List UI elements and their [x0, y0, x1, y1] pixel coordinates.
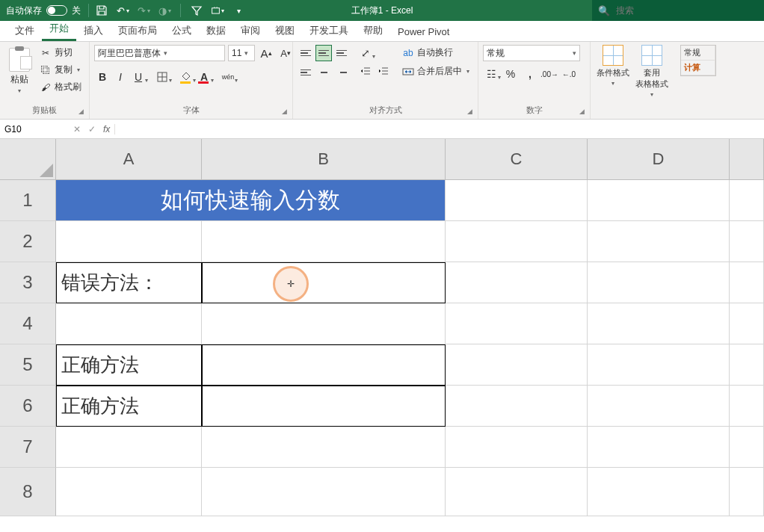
cell[interactable]	[730, 180, 764, 221]
undo-icon[interactable]: ↶▾	[116, 4, 129, 17]
phonetic-button[interactable]: wén▾	[220, 69, 236, 85]
cell[interactable]	[588, 221, 730, 262]
tab-formulas[interactable]: 公式	[164, 19, 199, 41]
cell[interactable]	[446, 221, 588, 262]
align-center-button[interactable]	[315, 64, 332, 81]
select-all-button[interactable]	[0, 139, 56, 180]
row-header-4[interactable]: 4	[0, 303, 56, 344]
tab-home[interactable]: 开始	[42, 17, 76, 41]
dialog-launcher-icon[interactable]: ◢	[78, 108, 87, 117]
decrease-font-icon[interactable]: A▾	[277, 45, 294, 61]
decrease-indent-button[interactable]	[357, 63, 374, 79]
tab-insert[interactable]: 插入	[76, 19, 111, 41]
cell-b6[interactable]	[202, 386, 446, 427]
cell[interactable]	[730, 344, 764, 386]
cell[interactable]	[730, 303, 764, 344]
cell[interactable]	[202, 303, 446, 344]
col-header-b[interactable]: B	[202, 139, 446, 180]
cell[interactable]	[730, 427, 764, 468]
col-header-c[interactable]: C	[446, 139, 588, 180]
screenshot-icon[interactable]: ▾	[211, 4, 224, 17]
font-color-button[interactable]: A▾	[196, 69, 212, 85]
increase-font-icon[interactable]: A▴	[258, 45, 274, 61]
row-header-7[interactable]: 7	[0, 427, 56, 468]
cell[interactable]	[56, 221, 202, 262]
align-right-button[interactable]	[333, 64, 350, 81]
comma-button[interactable]: ,	[522, 66, 538, 82]
cut-button[interactable]: ✂剪切	[37, 45, 84, 61]
underline-button[interactable]: U▾	[130, 69, 147, 85]
tab-layout[interactable]: 页面布局	[111, 19, 164, 41]
tab-file[interactable]: 文件	[7, 19, 42, 41]
cell[interactable]	[588, 386, 730, 427]
align-bottom-button[interactable]	[333, 45, 350, 61]
tab-help[interactable]: 帮助	[356, 19, 390, 41]
number-format-combo[interactable]: 常规▾	[483, 45, 580, 61]
accounting-format-button[interactable]: ☷▾	[483, 66, 499, 82]
row-header-5[interactable]: 5	[0, 344, 56, 386]
cell[interactable]	[446, 386, 588, 427]
cell[interactable]	[446, 303, 588, 344]
row-header-2[interactable]: 2	[0, 221, 56, 262]
align-left-button[interactable]	[298, 64, 314, 81]
format-painter-button[interactable]: 🖌格式刷	[37, 79, 84, 95]
increase-decimal-button[interactable]: .00→	[541, 66, 558, 82]
cell[interactable]	[730, 221, 764, 262]
orientation-button[interactable]: ⤢▾	[357, 45, 374, 61]
tab-powerpivot[interactable]: Power Pivot	[390, 22, 457, 41]
cell[interactable]	[446, 344, 588, 386]
table-format-button[interactable]: 套用 表格格式 ▾	[634, 45, 670, 98]
cell[interactable]	[446, 427, 588, 468]
cell-title-merged[interactable]: 如何快速输入分数	[56, 180, 446, 221]
row-header-1[interactable]: 1	[0, 180, 56, 221]
dialog-launcher-icon[interactable]: ◢	[282, 108, 291, 117]
cell[interactable]	[730, 262, 764, 303]
cell[interactable]	[56, 468, 202, 516]
touch-mode-icon[interactable]: ◑▾	[158, 4, 171, 17]
row-header-8[interactable]: 8	[0, 468, 56, 516]
cell-a5[interactable]: 正确方法	[56, 344, 202, 386]
row-header-3[interactable]: 3	[0, 262, 56, 303]
enter-formula-icon[interactable]: ✓	[88, 124, 96, 134]
redo-icon[interactable]: ↷▾	[137, 4, 150, 17]
style-normal[interactable]: 常规	[681, 46, 715, 61]
cell[interactable]	[56, 427, 202, 468]
cell[interactable]	[730, 386, 764, 427]
wrap-text-button[interactable]: ab自动换行	[399, 45, 472, 61]
cell-a3[interactable]: 错误方法：	[56, 262, 202, 303]
conditional-format-button[interactable]: 条件格式 ▾	[595, 45, 631, 87]
tab-data[interactable]: 数据	[199, 19, 233, 41]
cell-a6[interactable]: 正确方法	[56, 386, 202, 427]
cell[interactable]	[446, 468, 588, 516]
col-header-e[interactable]	[730, 139, 764, 180]
cell[interactable]	[202, 221, 446, 262]
tab-review[interactable]: 审阅	[233, 19, 268, 41]
tab-developer[interactable]: 开发工具	[302, 19, 356, 41]
decrease-decimal-button[interactable]: ←.0	[561, 66, 577, 82]
filter-icon[interactable]	[190, 4, 203, 17]
cell[interactable]	[56, 303, 202, 344]
style-calc[interactable]: 计算	[681, 61, 715, 75]
cell[interactable]	[446, 180, 588, 221]
cell[interactable]	[588, 427, 730, 468]
spreadsheet-grid[interactable]: A B C D 1 2 3 4 5 6 7 8	[0, 139, 764, 532]
dialog-launcher-icon[interactable]: ◢	[579, 108, 588, 117]
paste-button[interactable]: 粘贴 ▾	[4, 45, 34, 94]
save-icon[interactable]	[95, 4, 108, 17]
border-button[interactable]: ▾	[154, 69, 170, 85]
name-box[interactable]: ▾	[0, 124, 69, 134]
cell-b5[interactable]	[202, 344, 446, 386]
autosave-toggle[interactable]: 自动保存 关	[0, 4, 87, 17]
cell[interactable]	[588, 344, 730, 386]
tab-view[interactable]: 视图	[268, 19, 302, 41]
cell[interactable]	[446, 262, 588, 303]
fill-color-button[interactable]: ▾	[178, 69, 194, 85]
percent-button[interactable]: %	[502, 66, 519, 82]
dialog-launcher-icon[interactable]: ◢	[467, 108, 476, 117]
merge-center-button[interactable]: 合并后居中▾	[399, 64, 472, 79]
font-name-combo[interactable]: 阿里巴巴普惠体▾	[94, 45, 225, 61]
cell-b3[interactable]	[202, 262, 446, 303]
cell-styles-gallery[interactable]: 常规 计算	[680, 45, 716, 76]
col-header-d[interactable]: D	[588, 139, 730, 180]
italic-button[interactable]: I	[112, 69, 129, 85]
